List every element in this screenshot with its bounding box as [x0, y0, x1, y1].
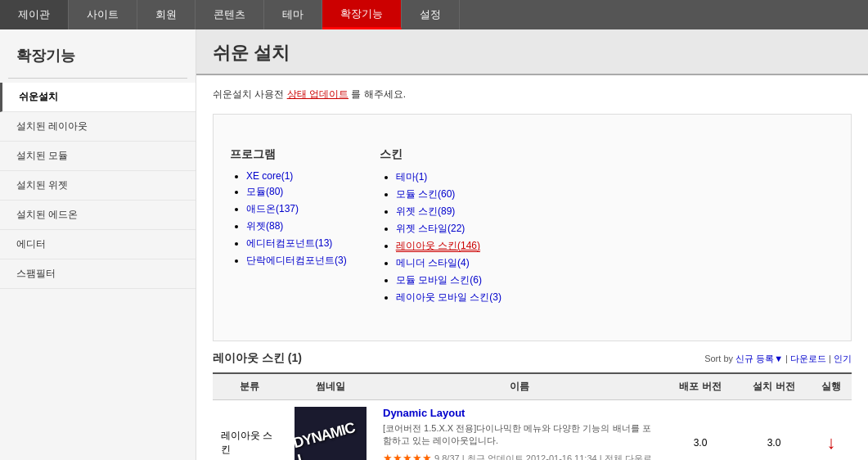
program-link-3[interactable]: 위젯(88)	[246, 220, 283, 232]
nav-item-4[interactable]: 테마	[264, 0, 322, 29]
thumbnail-image: DYNAMIC L	[295, 407, 367, 460]
sidebar-item-installed-layout[interactable]: 설치된 레이아웃	[0, 112, 196, 142]
cell-action[interactable]: ↓	[811, 400, 852, 461]
score-value: 9.8/37	[434, 453, 460, 460]
programs-list: XE core(1) 모듈(80) 애드온(137) 위젯(88) 에디터컴포넌…	[230, 170, 347, 268]
program-link-1[interactable]: 모듈(80)	[246, 186, 283, 197]
skin-link-1[interactable]: 모듈 스킨(60)	[396, 188, 456, 200]
content-body: 쉬운설치 사용전 상태 업데이트 를 해주세요. 프로그램 XE core(1)…	[196, 75, 868, 460]
col-header-name: 이름	[375, 373, 663, 400]
desc-text-1: 쉬운설치 사용전	[213, 88, 287, 100]
col-header-action: 실행	[811, 373, 852, 400]
sort-by-label: Sort by	[704, 354, 733, 363]
skin-link-4[interactable]: 레이아웃 스킨(146)	[396, 240, 480, 252]
table-header: 레이아웃 스킨 (1) Sort by 신규 등록▼ | 다운로드 | 인기	[213, 351, 852, 366]
list-item: 위젯 스킨(89)	[396, 205, 501, 219]
skin-link-7[interactable]: 레이아웃 모바일 스킨(3)	[396, 291, 501, 303]
list-item: 메니더 스타일(4)	[396, 256, 501, 270]
page-title: 쉬운 설치	[213, 41, 852, 65]
two-col-links: 프로그램 XE core(1) 모듈(80) 애드온(137) 위젯(88) 에…	[230, 139, 834, 316]
list-item: 레이아웃 스킨(146)	[396, 239, 501, 253]
skin-link-2[interactable]: 위젯 스킨(89)	[396, 205, 456, 217]
list-item: 에디터컴포넌트(13)	[246, 237, 347, 250]
skins-list: 테마(1) 모듈 스킨(60) 위젯 스킨(89) 위젯 스타일(22) 레이아…	[380, 170, 501, 304]
list-item: 애드온(137)	[246, 202, 347, 216]
item-title-link[interactable]: Dynamic Layout	[383, 407, 465, 419]
program-link-5[interactable]: 단락에디터컴포넌트(3)	[246, 255, 347, 266]
col-header-thumb: 썸네일	[286, 373, 375, 400]
updated-label: | 최근 업데이트	[462, 453, 524, 460]
skin-link-5[interactable]: 메니더 스타일(4)	[396, 257, 470, 268]
skins-section: 스킨 테마(1) 모듈 스킨(60) 위젯 스킨(89) 위젯 스타일(22) …	[380, 147, 501, 308]
list-item: 테마(1)	[396, 170, 501, 184]
cell-category: 레이아웃 스킨	[213, 400, 286, 461]
content-header: 쉬운 설치	[196, 29, 868, 75]
item-description: [코어버전 1.5.X.X 전용]다이나믹한 메뉴와 다양한 기능의 배너를 포…	[383, 422, 655, 448]
results-table: 분류 썸네일 이름 배포 버전 설치 버전 실행 레이아웃 스킨 DYNAMIC…	[213, 372, 852, 460]
sidebar-item-installed-addon[interactable]: 설치된 에드온	[0, 201, 196, 230]
list-item: 모듈 스킨(60)	[396, 187, 501, 201]
sidebar-item-easy-install[interactable]: 쉬운설치	[0, 83, 196, 112]
skin-link-6[interactable]: 모듈 모바일 스킨(6)	[396, 274, 482, 286]
list-item: 위젯(88)	[246, 219, 347, 233]
cell-title: Dynamic Layout [코어버전 1.5.X.X 전용]다이나믹한 메뉴…	[375, 400, 663, 461]
description-text: 쉬운설치 사용전 상태 업데이트 를 해주세요.	[213, 88, 852, 101]
skin-link-3[interactable]: 위젯 스타일(22)	[396, 223, 465, 234]
item-meta: ★★★★★ 9.8/37 | 최근 업데이트 2012-01-16 11:34 …	[383, 452, 655, 460]
sidebar-divider	[8, 78, 187, 79]
sidebar-item-spam-filter[interactable]: 스팸필터	[0, 259, 196, 289]
programs-section: 프로그램 XE core(1) 모듈(80) 애드온(137) 위젯(88) 에…	[230, 147, 347, 308]
program-link-2[interactable]: 애드온(137)	[246, 203, 299, 214]
sidebar-item-installed-widget[interactable]: 설치된 위젯	[0, 171, 196, 201]
list-item: 위젯 스타일(22)	[396, 222, 501, 236]
cell-thumbnail: DYNAMIC L	[286, 400, 375, 461]
nav-item-2[interactable]: 회원	[137, 0, 196, 29]
stars-icon: ★★★★★	[383, 452, 432, 460]
top-navigation: 제이관 사이트 회원 콘텐츠 테마 확장기능 설정	[0, 0, 868, 29]
programs-heading: 프로그램	[230, 147, 347, 162]
col-header-dist-ver: 배포 버전	[663, 373, 737, 400]
list-item: 모듈(80)	[246, 185, 347, 199]
sort-option-1[interactable]: 다운로드	[790, 354, 826, 363]
program-link-0[interactable]: XE core(1)	[246, 170, 293, 182]
sidebar-title: 확장기능	[0, 38, 196, 78]
list-item: 레이아웃 모바일 스킨(3)	[396, 291, 501, 304]
updated-date: 2012-01-16 11:34	[526, 453, 597, 460]
table-row: 레이아웃 스킨 DYNAMIC L Dynamic Layout [코어버전 1…	[213, 400, 852, 461]
nav-item-1[interactable]: 사이트	[69, 0, 137, 29]
sort-bar: Sort by 신규 등록▼ | 다운로드 | 인기	[704, 353, 852, 365]
cell-dist-version: 3.0	[663, 400, 737, 461]
sidebar: 확장기능 쉬운설치 설치된 레이아웃 설치된 모듈 설치된 위젯 설치된 에드온…	[0, 29, 196, 460]
list-item: 단락에디터컴포넌트(3)	[246, 254, 347, 268]
nav-item-0[interactable]: 제이관	[0, 0, 69, 29]
sidebar-item-editor[interactable]: 에디터	[0, 230, 196, 259]
install-arrow-icon[interactable]: ↓	[827, 432, 836, 453]
sort-option-0[interactable]: 신규 등록▼	[735, 354, 783, 363]
table-section-title: 레이아웃 스킨 (1)	[213, 351, 302, 366]
col-header-category: 분류	[213, 373, 286, 400]
skin-link-0[interactable]: 테마(1)	[396, 171, 428, 183]
nav-item-3[interactable]: 콘텐츠	[196, 0, 264, 29]
sort-option-2[interactable]: 인기	[834, 354, 852, 363]
list-item: 모듈 모바일 스킨(6)	[396, 273, 501, 287]
update-link[interactable]: 상태 업데이트	[287, 88, 349, 100]
thumb-text: DYNAMIC L	[295, 417, 367, 460]
program-link-4[interactable]: 에디터컴포넌트(13)	[246, 237, 332, 249]
nav-item-5[interactable]: 확장기능	[322, 0, 402, 29]
col-header-install-ver: 설치 버전	[737, 373, 811, 400]
nav-item-6[interactable]: 설정	[402, 0, 460, 29]
desc-text-2: 를 해주세요.	[349, 88, 406, 100]
content-area: 쉬운 설치 쉬운설치 사용전 상태 업데이트 를 해주세요. 프로그램 XE c…	[196, 29, 868, 460]
item-title-wrapper: Dynamic Layout	[383, 407, 655, 419]
main-layout: 확장기능 쉬운설치 설치된 레이아웃 설치된 모듈 설치된 위젯 설치된 에드온…	[0, 29, 868, 460]
list-item: XE core(1)	[246, 170, 347, 182]
sidebar-item-installed-module[interactable]: 설치된 모듈	[0, 142, 196, 171]
cell-install-version: 3.0	[737, 400, 811, 461]
skins-heading: 스킨	[380, 147, 501, 162]
